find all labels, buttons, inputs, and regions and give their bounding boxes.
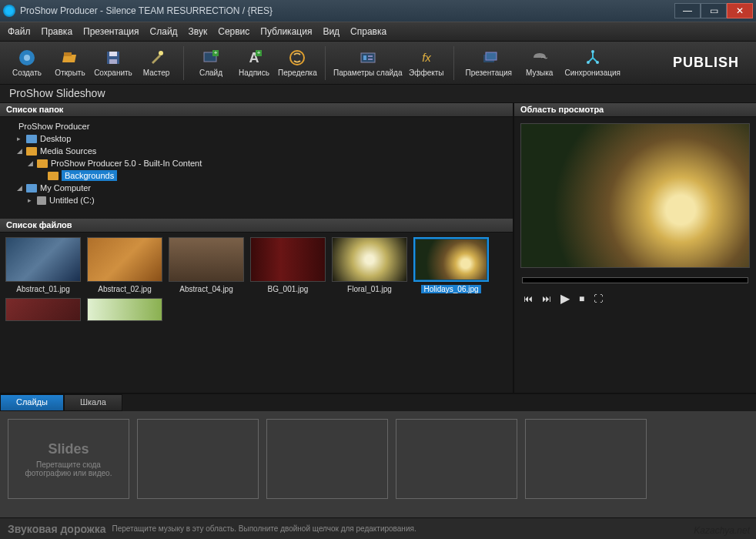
svg-point-22 <box>587 61 590 64</box>
open-button[interactable]: Открыть <box>51 44 89 82</box>
presentation-button[interactable]: Презентация <box>462 44 516 82</box>
play-icon[interactable]: ▶ <box>560 291 570 306</box>
titlebar: ProShow Producer - Silence TEAM RESURREC… <box>0 0 756 22</box>
thumbnail-image <box>169 237 244 282</box>
thumbnail-image <box>250 237 326 282</box>
tree-desktop[interactable]: ▸Desktop <box>5 132 508 145</box>
file-thumb[interactable]: Abstract_04.jpg <box>168 237 245 293</box>
svg-rect-17 <box>368 59 373 60</box>
stop-icon[interactable]: ■ <box>579 293 584 304</box>
file-thumb[interactable]: BG_001.jpg <box>249 237 326 293</box>
toolbar-separator <box>183 46 184 80</box>
menu-edit[interactable]: Правка <box>42 26 73 37</box>
sync-button[interactable]: Синхронизация <box>564 44 622 82</box>
thumbnail-image <box>5 298 81 321</box>
svg-text:+: + <box>214 49 218 56</box>
menu-slide[interactable]: Слайд <box>150 26 178 37</box>
toolbar: Создать Открыть Сохранить Мастер +Слайд … <box>0 42 756 85</box>
tab-slides[interactable]: Слайды <box>0 394 64 411</box>
prev-icon[interactable]: ⏮ <box>524 293 533 304</box>
wizard-button[interactable]: Мастер <box>137 44 176 82</box>
file-list: Abstract_01.jpg Abstract_02.jpg Abstract… <box>0 233 513 393</box>
scrub-bar[interactable] <box>522 277 748 283</box>
audio-title: Звуковая дорожка <box>8 523 106 535</box>
fullscreen-icon[interactable]: ⛶ <box>594 293 603 304</box>
toolbar-separator <box>453 46 454 80</box>
slides-area[interactable]: Slides Перетащите сюда фотографию или ви… <box>0 411 756 517</box>
tree-my-computer[interactable]: ◢My Computer <box>5 182 508 194</box>
files-pane-header: Список файлов <box>0 219 513 233</box>
svg-rect-15 <box>363 55 366 60</box>
maximize-button[interactable]: ▭ <box>701 3 727 18</box>
svg-point-23 <box>596 61 599 64</box>
minimize-button[interactable]: — <box>674 3 701 18</box>
close-button[interactable]: ✕ <box>727 3 753 18</box>
thumbnail-image <box>332 237 407 282</box>
svg-rect-2 <box>64 52 72 56</box>
folder-tree[interactable]: ProShow Producer ▸Desktop ◢Media Sources… <box>0 117 513 219</box>
next-icon[interactable]: ⏭ <box>542 293 551 304</box>
menu-sound[interactable]: Звук <box>189 26 208 37</box>
tab-timeline[interactable]: Шкала <box>64 394 122 411</box>
preview-image[interactable] <box>520 123 750 268</box>
svg-rect-14 <box>361 53 375 62</box>
svg-text:fx: fx <box>422 51 431 64</box>
svg-rect-5 <box>109 59 117 64</box>
tree-drive-c[interactable]: ▸Untitled (C:) <box>5 194 508 206</box>
file-thumb-selected[interactable]: Holidays_06.jpg <box>413 237 490 293</box>
svg-point-1 <box>24 55 30 61</box>
save-button[interactable]: Сохранить <box>94 44 132 82</box>
slide-slot[interactable] <box>525 419 647 499</box>
thumbnail-image <box>413 237 489 282</box>
bottom-tabs: Слайды Шкала <box>0 394 756 411</box>
music-button[interactable]: Музыка <box>520 44 559 82</box>
menu-help[interactable]: Справка <box>350 26 386 37</box>
tree-backgrounds[interactable]: Backgrounds <box>5 169 508 182</box>
slide-slot[interactable] <box>396 419 517 499</box>
menubar: Файл Правка Презентация Слайд Звук Серви… <box>0 22 756 42</box>
slide-slot[interactable] <box>137 419 259 499</box>
file-thumb[interactable] <box>86 298 163 321</box>
slide-button[interactable]: +Слайд <box>192 44 230 82</box>
svg-rect-16 <box>368 55 373 57</box>
slideshow-title: ProShow Slideshow <box>0 85 756 103</box>
window-title: ProShow Producer - Silence TEAM RESURREC… <box>20 5 674 16</box>
thumbnail-image <box>87 237 162 282</box>
menu-publish[interactable]: Публикация <box>260 26 312 37</box>
tree-root[interactable]: ProShow Producer <box>5 120 508 132</box>
svg-rect-4 <box>109 52 117 56</box>
tree-builtin-content[interactable]: ◢ProShow Producer 5.0 - Built-In Content <box>5 157 508 169</box>
create-button[interactable]: Создать <box>8 44 46 82</box>
folders-pane-header: Список папок <box>0 103 513 117</box>
slides-drop-hint[interactable]: Slides Перетащите сюда фотографию или ви… <box>8 419 129 499</box>
svg-rect-20 <box>486 52 497 60</box>
tree-media-sources[interactable]: ◢Media Sources <box>5 145 508 157</box>
transport-controls: ⏮ ⏭ ▶ ■ ⛶ <box>514 286 756 310</box>
slide-slot[interactable] <box>266 419 388 499</box>
remix-button[interactable]: Переделка <box>278 44 317 82</box>
audio-hint: Перетащите музыку в эту область. Выполни… <box>112 524 416 533</box>
thumbnail-image <box>87 298 162 321</box>
svg-point-21 <box>591 50 594 53</box>
effects-button[interactable]: fxЭффекты <box>407 44 446 82</box>
menu-file[interactable]: Файл <box>8 26 31 37</box>
bottom-panel: Слайды Шкала Slides Перетащите сюда фото… <box>0 393 756 539</box>
menu-view[interactable]: Вид <box>323 26 340 37</box>
app-icon <box>3 5 15 17</box>
preview-area: ⏮ ⏭ ▶ ■ ⛶ <box>514 117 756 393</box>
menu-presentation[interactable]: Презентация <box>83 26 139 37</box>
file-thumb[interactable]: Floral_01.jpg <box>331 237 408 293</box>
file-thumb[interactable] <box>5 298 82 321</box>
slide-options-button[interactable]: Параметры слайда <box>333 44 403 82</box>
svg-point-6 <box>159 51 163 55</box>
menu-service[interactable]: Сервис <box>218 26 249 37</box>
svg-text:+: + <box>257 49 261 56</box>
audio-track[interactable]: Звуковая дорожка Перетащите музыку в эту… <box>0 517 756 539</box>
toolbar-separator <box>325 46 326 80</box>
thumbnail-image <box>5 237 81 282</box>
file-thumb[interactable]: Abstract_01.jpg <box>5 237 82 293</box>
preview-pane-header: Область просмотра <box>514 103 756 117</box>
publish-button[interactable]: PUBLISH <box>664 55 748 71</box>
caption-button[interactable]: A+Надпись <box>235 44 273 82</box>
file-thumb[interactable]: Abstract_02.jpg <box>86 237 163 293</box>
